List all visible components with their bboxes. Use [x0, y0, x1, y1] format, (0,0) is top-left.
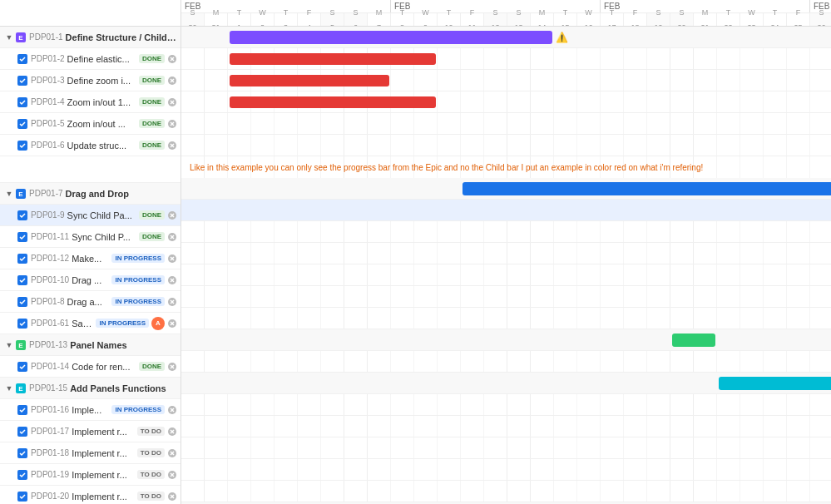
day-cell: M7	[368, 13, 391, 26]
left-row[interactable]: PDP01-61SampleIN PROGRESSA	[0, 313, 181, 334]
avatar: A	[151, 317, 165, 330]
left-row[interactable]: PDP01-17Implement r...TO DO	[0, 421, 181, 442]
left-panel: ▼EPDP01-1Define Structure / Child Pane..…	[0, 27, 181, 504]
item-name: Code for ren...	[72, 362, 136, 372]
item-name: Update struc...	[67, 141, 136, 151]
close-icon[interactable]	[166, 447, 178, 459]
item-id: PDP01-8	[31, 297, 65, 306]
gantt-bar[interactable]	[462, 182, 831, 195]
close-icon[interactable]	[166, 140, 178, 151]
left-row[interactable]: PDP01-20Implement r...TO DO	[0, 486, 181, 504]
right-row	[181, 416, 831, 437]
gantt-bar[interactable]	[230, 31, 552, 44]
item-id: PDP01-5	[31, 119, 65, 128]
close-icon[interactable]	[166, 210, 178, 221]
status-badge: DONE	[139, 210, 165, 220]
right-row: ⚠️	[181, 27, 831, 48]
left-panel-title	[0, 0, 181, 26]
close-icon[interactable]	[166, 118, 178, 130]
right-row	[181, 91, 831, 113]
left-row[interactable]: PDP01-5Zoom in/out ...DONE	[0, 113, 181, 135]
left-row[interactable]: PDP01-2Define elastic...DONE	[0, 48, 181, 70]
close-icon[interactable]	[166, 96, 178, 108]
left-row[interactable]: PDP01-3Define zoom i...DONE	[0, 70, 181, 91]
close-icon[interactable]	[166, 361, 178, 373]
left-row[interactable]: PDP01-19Implement r...TO DO	[0, 464, 181, 486]
item-name: Zoom in/out ...	[67, 119, 136, 129]
story-icon	[17, 118, 28, 130]
item-name: Implement r...	[72, 448, 135, 458]
close-icon[interactable]	[166, 53, 178, 65]
close-icon[interactable]	[166, 469, 178, 481]
item-id: PDP01-2	[31, 54, 65, 63]
right-row	[181, 200, 831, 221]
left-row[interactable]: ▼EPDP01-7Drag and Drop	[0, 183, 181, 205]
gantt-bar[interactable]	[230, 96, 436, 108]
day-cell: M21	[694, 13, 717, 26]
left-row[interactable]: PDP01-18Implement r...TO DO	[0, 442, 181, 464]
story-icon	[17, 318, 28, 329]
gantt-bar[interactable]	[230, 53, 436, 65]
story-icon	[17, 361, 28, 373]
right-row: Like in this example you can only see th…	[181, 156, 831, 183]
item-name: Implement r...	[72, 492, 135, 502]
item-id: PDP01-18	[31, 448, 69, 457]
expand-button[interactable]: ▼	[3, 339, 15, 351]
item-name: Implement r...	[72, 470, 135, 480]
right-row	[181, 135, 831, 156]
close-icon[interactable]	[166, 75, 178, 86]
story-icon	[17, 210, 28, 221]
status-badge: TO DO	[137, 427, 165, 436]
left-row[interactable]: ▼EPDP01-13Panel Names	[0, 334, 181, 356]
right-panel: ⚠️Like in this example you can only see …	[181, 27, 831, 504]
story-icon	[17, 296, 28, 308]
close-icon[interactable]	[166, 491, 178, 502]
left-row[interactable]: PDP01-6Update struc...DONE	[0, 135, 181, 156]
warning-icon: ⚠️	[556, 32, 568, 43]
expand-button[interactable]: ▼	[3, 188, 15, 200]
left-row[interactable]: PDP01-4Zoom in/out 1...DONE	[0, 91, 181, 113]
left-row[interactable]: PDP01-11Sync Child P...DONE	[0, 226, 181, 248]
item-id: PDP01-15	[29, 383, 67, 393]
left-row[interactable]: PDP01-14Code for ren...DONE	[0, 356, 181, 378]
item-id: PDP01-17	[31, 427, 69, 436]
close-icon[interactable]	[166, 231, 178, 243]
status-badge: TO DO	[137, 470, 165, 479]
gantt-bar[interactable]	[230, 75, 389, 86]
left-row[interactable]	[0, 156, 181, 183]
story-icon	[17, 274, 28, 286]
left-row[interactable]: ▼EPDP01-1Define Structure / Child Pane..…	[0, 27, 181, 48]
close-icon[interactable]	[166, 426, 178, 437]
gantt-bar[interactable]	[672, 334, 715, 347]
day-cell: F4	[298, 13, 321, 26]
left-row[interactable]: ▼EPDP01-15Add Panels Functions	[0, 378, 181, 399]
close-icon[interactable]	[166, 404, 178, 416]
item-id: PDP01-6	[31, 141, 65, 150]
day-cell: W9	[414, 13, 438, 26]
close-icon[interactable]	[166, 318, 178, 329]
status-badge: DONE	[139, 119, 165, 128]
left-row[interactable]: PDP01-9Sync Child Pa...DONE	[0, 205, 181, 226]
status-badge: IN PROGRESS	[96, 319, 149, 328]
day-cell: W23	[740, 13, 764, 26]
left-row[interactable]: PDP01-16Imple...IN PROGRESS	[0, 399, 181, 421]
expand-button[interactable]: ▼	[3, 32, 15, 43]
story-icon	[17, 53, 28, 65]
close-icon[interactable]	[166, 296, 178, 308]
left-row[interactable]: PDP01-8Drag a...IN PROGRESS	[0, 291, 181, 313]
day-cell: S6	[344, 13, 368, 26]
left-row[interactable]: PDP01-10Drag ...IN PROGRESS	[0, 269, 181, 291]
item-name: Sync Child P...	[72, 232, 136, 242]
gantt-bar[interactable]	[719, 377, 831, 390]
item-id: PDP01-9	[31, 210, 65, 220]
status-badge: DONE	[139, 232, 165, 241]
item-id: PDP01-4	[31, 97, 65, 106]
svg-text:E: E	[18, 342, 23, 349]
right-row	[181, 48, 831, 70]
item-name: Drag and Drop	[66, 189, 178, 199]
item-name: Panel Names	[70, 340, 178, 350]
close-icon[interactable]	[166, 274, 178, 286]
expand-button[interactable]: ▼	[3, 383, 15, 394]
close-icon[interactable]	[166, 253, 178, 264]
left-row[interactable]: PDP01-12Make...IN PROGRESS	[0, 248, 181, 269]
